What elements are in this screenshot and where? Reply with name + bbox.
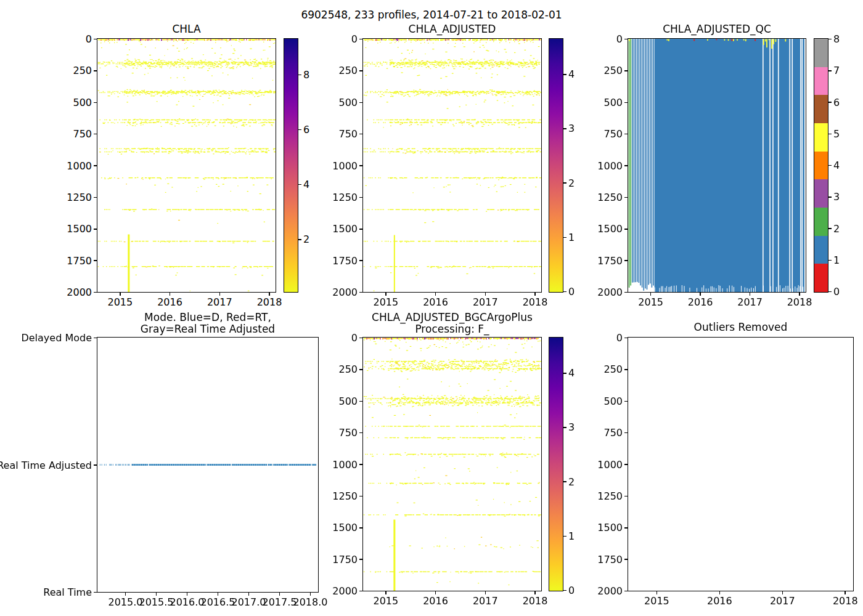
y-tick-mark: [624, 591, 628, 592]
y-tick-mark: [624, 338, 628, 339]
y-tick-mark: [624, 464, 628, 465]
y-tick-mark: [624, 401, 628, 402]
x-tick-label: 2018: [817, 595, 863, 607]
y-tick-label: 750: [584, 427, 623, 439]
x-tick-label: 2017: [755, 595, 810, 607]
y-tick-mark: [624, 369, 628, 370]
x-tick-label: 2016: [692, 595, 747, 607]
y-tick-label: 1500: [584, 522, 623, 533]
x-tick-label: 2015: [629, 595, 684, 607]
subplot-outliers: Outliers Removed 20152016201720180250500…: [0, 0, 863, 616]
y-tick-mark: [624, 527, 628, 529]
outliers-plot-canvas: [628, 338, 853, 591]
y-tick-label: 2000: [584, 585, 623, 597]
y-tick-mark: [624, 496, 628, 497]
x-tick-mark: [656, 591, 658, 594]
y-tick-label: 1750: [584, 554, 623, 565]
x-tick-mark: [719, 591, 721, 594]
x-tick-mark: [845, 591, 846, 594]
y-tick-label: 250: [584, 363, 623, 375]
y-tick-mark: [624, 432, 628, 434]
figure: 6902548, 233 profiles, 2014-07-21 to 201…: [0, 0, 863, 616]
y-tick-label: 1250: [584, 490, 623, 502]
y-tick-label: 500: [584, 395, 623, 407]
y-tick-label: 1000: [584, 459, 623, 471]
subplot-title-outliers: Outliers Removed: [628, 322, 854, 333]
plot-area-outliers: [628, 337, 854, 591]
y-tick-mark: [624, 559, 628, 560]
x-tick-mark: [782, 591, 783, 594]
y-tick-label: 0: [584, 332, 623, 344]
